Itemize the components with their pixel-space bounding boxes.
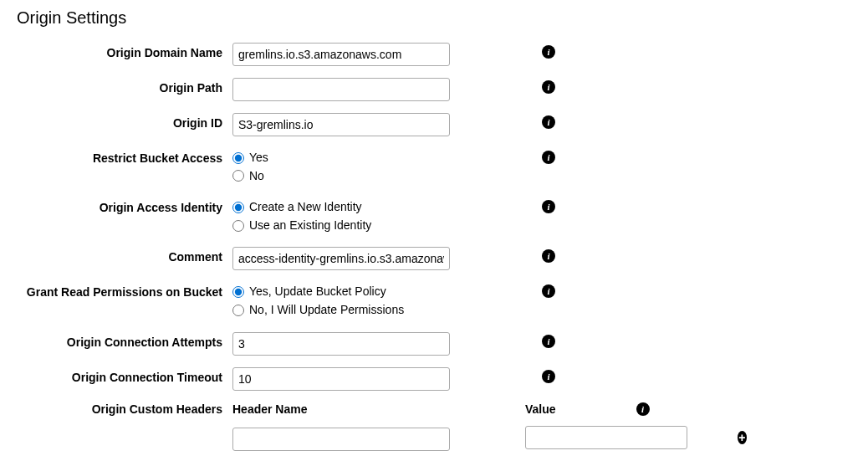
label-id: Origin ID (17, 113, 232, 131)
label-connection-attempts: Origin Connection Attempts (17, 332, 232, 350)
info-icon[interactable]: i (542, 115, 555, 129)
label-custom-headers: Origin Custom Headers (17, 402, 232, 416)
label-grant-read: Grant Read Permissions on Bucket (17, 282, 232, 300)
radio-label-oai-existing[interactable]: Use an Existing Identity (249, 218, 371, 234)
row-connection-timeout: Origin Connection Timeout i (17, 367, 851, 391)
row-id: Origin ID i (17, 113, 851, 136)
label-restrict-bucket: Restrict Bucket Access (17, 148, 232, 166)
info-icon[interactable]: i (542, 80, 555, 94)
row-access-identity: Origin Access Identity Create a New Iden… (17, 197, 851, 235)
radio-grant-yes[interactable] (232, 286, 244, 298)
label-domain-name: Origin Domain Name (17, 43, 232, 60)
info-icon[interactable]: i (542, 335, 555, 348)
input-connection-attempts[interactable] (232, 332, 450, 356)
input-id[interactable] (232, 113, 450, 136)
header-name-col-label: Header Name (232, 402, 450, 416)
row-path: Origin Path i (17, 78, 851, 101)
info-icon[interactable]: i (542, 284, 555, 298)
input-comment[interactable] (232, 247, 450, 270)
row-connection-attempts: Origin Connection Attempts i (17, 332, 851, 356)
radio-label-grant-yes[interactable]: Yes, Update Bucket Policy (249, 284, 386, 300)
header-value-col-label: Value (525, 402, 556, 416)
label-connection-timeout: Origin Connection Timeout (17, 367, 232, 385)
input-path[interactable] (232, 78, 450, 101)
row-custom-headers: Origin Custom Headers Header Name Value … (17, 402, 851, 451)
radio-label-grant-no[interactable]: No, I Will Update Permissions (249, 302, 404, 319)
row-comment: Comment i (17, 247, 851, 270)
add-header-icon[interactable]: + (738, 431, 747, 444)
input-domain-name[interactable] (232, 43, 450, 66)
label-access-identity: Origin Access Identity (17, 197, 232, 215)
info-icon[interactable]: i (542, 200, 555, 213)
row-domain-name: Origin Domain Name i (17, 43, 851, 66)
row-restrict-bucket: Restrict Bucket Access Yes No i (17, 148, 851, 186)
info-icon[interactable]: i (542, 370, 555, 383)
row-grant-read: Grant Read Permissions on Bucket Yes, Up… (17, 282, 851, 320)
info-icon[interactable]: i (542, 249, 555, 263)
radio-grant-no[interactable] (232, 305, 244, 316)
info-icon[interactable]: i (636, 402, 650, 416)
info-icon[interactable]: i (542, 45, 555, 59)
label-path: Origin Path (17, 78, 232, 95)
radio-restrict-yes[interactable] (232, 152, 244, 164)
input-connection-timeout[interactable] (232, 367, 450, 391)
radio-label-restrict-yes[interactable]: Yes (249, 150, 268, 166)
radio-restrict-no[interactable] (232, 170, 244, 182)
radio-oai-create[interactable] (232, 202, 244, 213)
radio-label-oai-create[interactable]: Create a New Identity (249, 199, 362, 216)
label-comment: Comment (17, 247, 232, 264)
radio-oai-existing[interactable] (232, 220, 244, 232)
info-icon[interactable]: i (542, 151, 555, 164)
page-title: Origin Settings (17, 8, 851, 28)
input-header-name[interactable] (232, 428, 450, 451)
input-header-value[interactable] (525, 426, 687, 449)
radio-label-restrict-no[interactable]: No (249, 168, 264, 185)
